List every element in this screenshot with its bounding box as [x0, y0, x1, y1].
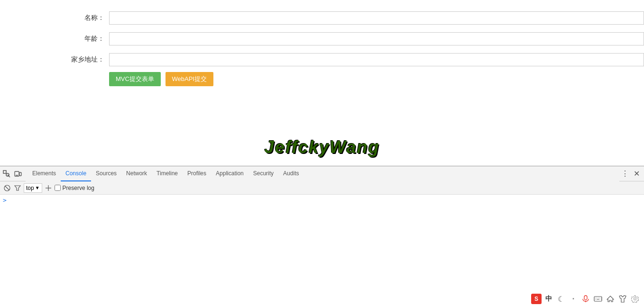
console-clear-icon[interactable]	[3, 184, 11, 192]
age-row: 年龄：	[0, 30, 644, 47]
preserve-log-label[interactable]: Preserve log	[55, 185, 94, 191]
context-value: top	[26, 185, 34, 191]
devtools-tabs: Elements Console Sources Network Timelin…	[26, 166, 619, 181]
tab-network[interactable]: Network	[121, 166, 152, 181]
console-filter-icon[interactable]	[13, 184, 22, 192]
console-context-icon[interactable]	[44, 184, 53, 192]
tab-profiles[interactable]: Profiles	[183, 166, 211, 181]
svg-marker-22	[607, 296, 614, 302]
tab-audits[interactable]: Audits	[278, 166, 304, 181]
device-toolbar-icon[interactable]	[13, 169, 23, 179]
svg-marker-8	[15, 186, 20, 190]
mvc-submit-button[interactable]: MVC提交表单	[109, 72, 161, 86]
devtools-panel: Elements Console Sources Network Timelin…	[0, 166, 644, 306]
svg-rect-0	[3, 171, 6, 173]
devtools-close-button[interactable]: ✕	[631, 168, 642, 180]
address-input[interactable]	[109, 53, 644, 66]
webapi-submit-button[interactable]: WebAPI提交	[166, 72, 213, 86]
address-label: 家乡地址：	[0, 55, 109, 64]
console-prompt-indicator: >	[3, 197, 641, 204]
microphone-icon[interactable]	[580, 294, 591, 304]
console-output: >	[0, 195, 644, 306]
svg-rect-13	[594, 297, 602, 301]
tab-console[interactable]: Console	[61, 166, 91, 181]
tab-application[interactable]: Application	[211, 166, 248, 181]
svg-line-7	[5, 186, 9, 190]
age-label: 年龄：	[0, 35, 109, 43]
console-toolbar: top ▼ Preserve log	[0, 181, 644, 195]
name-label: 名称：	[0, 14, 109, 22]
devtools-more-button[interactable]: ⋮	[619, 168, 631, 180]
settings-icon[interactable]	[630, 294, 640, 304]
svg-point-24	[634, 298, 636, 300]
tab-sources[interactable]: Sources	[91, 166, 121, 181]
keyboard-icon[interactable]	[593, 294, 603, 304]
chinese-input-icon[interactable]: 中	[543, 294, 554, 304]
tab-timeline[interactable]: Timeline	[152, 166, 183, 181]
devtools-tabs-row: Elements Console Sources Network Timelin…	[0, 166, 644, 181]
moon-icon[interactable]: ☾	[556, 294, 566, 304]
sogou-icon[interactable]: S	[531, 294, 542, 304]
tab-elements[interactable]: Elements	[28, 166, 61, 181]
age-input[interactable]	[109, 32, 644, 45]
form-area: 名称： 年龄： 家乡地址： MVC提交表单 WebAPI提交	[0, 5, 644, 91]
address-row: 家乡地址：	[0, 51, 644, 68]
home-icon[interactable]	[605, 294, 616, 304]
svg-rect-11	[584, 296, 587, 300]
shirt-icon[interactable]	[617, 294, 628, 304]
preserve-log-text: Preserve log	[63, 185, 94, 191]
svg-marker-23	[619, 296, 626, 302]
name-row: 名称：	[0, 9, 644, 27]
context-dropdown-icon: ▼	[35, 185, 40, 190]
inspect-element-icon[interactable]	[2, 169, 11, 179]
main-page: 名称： 年龄： 家乡地址： MVC提交表单 WebAPI提交 JeffckyWa…	[0, 0, 644, 166]
context-selector[interactable]: top ▼	[24, 183, 42, 193]
devtools-inspect-icons	[0, 169, 26, 179]
form-buttons: MVC提交表单 WebAPI提交	[0, 72, 644, 86]
watermark-text: JeffckyWang	[265, 137, 380, 157]
name-input[interactable]	[109, 11, 644, 25]
dot-icon[interactable]: ·	[568, 294, 579, 304]
svg-rect-4	[19, 172, 21, 176]
preserve-log-checkbox[interactable]	[55, 185, 61, 191]
taskbar-area: S 中 ☾ ·	[527, 292, 644, 306]
tab-security[interactable]: Security	[248, 166, 278, 181]
